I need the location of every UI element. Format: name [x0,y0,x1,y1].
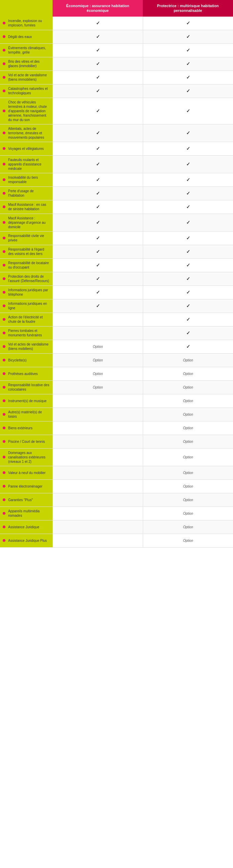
row-label-text: Instrument(s) de musique [8,399,46,403]
bullet-icon [3,413,5,416]
option-label: Option [183,413,193,416]
cell-protectrice: ✓ [143,272,233,285]
check-icon: ✓ [186,290,190,295]
check-icon: ✓ [186,204,190,210]
row-label-text: Vol et actes de vandalisme (biens mobili… [8,342,50,351]
bullet-icon [3,264,5,267]
row-label: Prothèses auditives [0,367,53,380]
table-row: Bris des vitres et des glaces (immobilie… [0,57,233,71]
cell-economique: ✓ [53,272,143,285]
cell-economique: ✓ [53,187,143,200]
row-label-text: Appareils multimédia nomades [8,509,50,518]
check-icon: ✓ [96,20,100,26]
option-label: Option [183,426,193,430]
row-label: Assistance Juridique [0,520,53,534]
table-row: Dommages aux canalisations extérieures (… [0,449,233,466]
cell-protectrice: ✓ [143,286,233,299]
row-label: Choc de véhicules terrestres à moteur, c… [0,98,53,124]
bullet-icon [3,90,5,92]
row-label-text: Garanties "Plus" [8,498,33,502]
cell-protectrice: Option [143,449,233,466]
bullet-icon [3,147,5,150]
row-label: Responsabilité de locataire ou d'occupan… [0,259,53,272]
table-row: Vol et acte de vandalisme (biens immobil… [0,71,233,84]
table-row: Incendie, explosion ou implosion, fumées… [0,17,233,30]
row-label-text: Autre(s) matériel(s) de loisirs [8,410,50,419]
row-label: Évènements climatiques, tempête, grêle [0,44,53,57]
row-label: Attentats, actes de terrorisme, émeutes … [0,124,53,142]
cell-protectrice: Option [143,381,233,394]
comparison-table: Économique : assurance habitation économ… [0,0,233,548]
cell-protectrice: Option [143,367,233,380]
check-icon: ✓ [186,108,190,114]
table-row: Responsabilité de locataire ou d'occupan… [0,259,233,272]
cell-protectrice: ✓ [143,30,233,43]
row-label: Macif Assistance : en cas de sinistre ha… [0,200,53,214]
cell-protectrice: ✓ [143,57,233,71]
row-label-text: Informations juridiques par téléphone [8,288,50,297]
cell-protectrice: ✓ [143,245,233,258]
bullet-icon [3,76,5,79]
check-icon: ✓ [96,61,100,66]
check-icon: ✓ [186,88,190,94]
option-label: Option [183,471,193,475]
row-label-text: Assistance Juridique [8,525,39,529]
cell-economique: Option [53,381,143,394]
cell-protectrice: ✓ [143,214,233,231]
cell-protectrice: Option [143,534,233,547]
bullet-icon [3,427,5,429]
bullet-icon [3,372,5,375]
bullet-icon [3,485,5,488]
bullet-icon [3,498,5,501]
row-label-text: Évènements climatiques, tempête, grêle [8,46,50,55]
cell-protectrice: Option [143,354,233,367]
table-row: Garanties "Plus"Option [0,493,233,507]
bullet-icon [3,539,5,542]
cell-economique: ✓ [53,286,143,299]
row-label: Dégât des eaux [0,30,53,43]
cell-economique: ✓ [53,200,143,214]
row-label-text: Macif Assistance : en cas de sinistre ha… [8,202,50,211]
cell-economique [53,394,143,408]
check-icon: ✓ [186,130,190,136]
table-row: Choc de véhicules terrestres à moteur, c… [0,98,233,124]
cell-economique: Option [53,367,143,380]
option-label: Option [93,345,103,349]
check-icon: ✓ [186,20,190,26]
row-label-text: Action de l'électricité et chute de la f… [8,315,50,324]
row-label: Macif Assistance : dépannage d'urgence a… [0,214,53,231]
row-label: Fauteuils roulants et appareils d'assist… [0,156,53,173]
row-label: Instrument(s) de musique [0,394,53,408]
table-row: Biens extérieursOption [0,421,233,435]
table-row: Action de l'électricité et chute de la f… [0,313,233,327]
row-label: Vol et actes de vandalisme (biens mobili… [0,340,53,353]
cell-protectrice: ✓ [143,98,233,124]
row-label: Responsabilité à l'égard des voisins et … [0,245,53,258]
bullet-icon [3,22,5,24]
bullet-icon [3,62,5,65]
row-label-text: Attentats, actes de terrorisme, émeutes … [8,126,50,140]
check-icon: ✓ [96,47,100,53]
row-label: Action de l'électricité et chute de la f… [0,313,53,326]
table-row: Fauteuils roulants et appareils d'assist… [0,156,233,173]
row-label-text: Bicyclette(s) [8,358,26,362]
row-label-text: Catastrophes naturelles et technologique… [8,86,50,95]
cell-economique [53,327,143,340]
row-label: Autre(s) matériel(s) de loisirs [0,408,53,421]
row-label: Voyages et villégiatures [0,142,53,155]
option-label: Option [183,386,193,389]
row-label-text: Valeur à neuf du mobilier [8,471,45,475]
cell-economique: ✓ [53,259,143,272]
check-icon: ✓ [96,191,100,196]
check-icon: ✓ [186,262,190,268]
table-row: Attentats, actes de terrorisme, émeutes … [0,124,233,142]
option-label: Option [183,498,193,502]
bullet-icon [3,304,5,307]
check-icon: ✓ [186,161,190,167]
check-icon: ✓ [96,303,100,309]
bullet-icon [3,277,5,280]
cell-economique [53,313,143,326]
row-label: Bicyclette(s) [0,354,53,367]
check-icon: ✓ [186,177,190,182]
check-icon: ✓ [96,235,100,241]
